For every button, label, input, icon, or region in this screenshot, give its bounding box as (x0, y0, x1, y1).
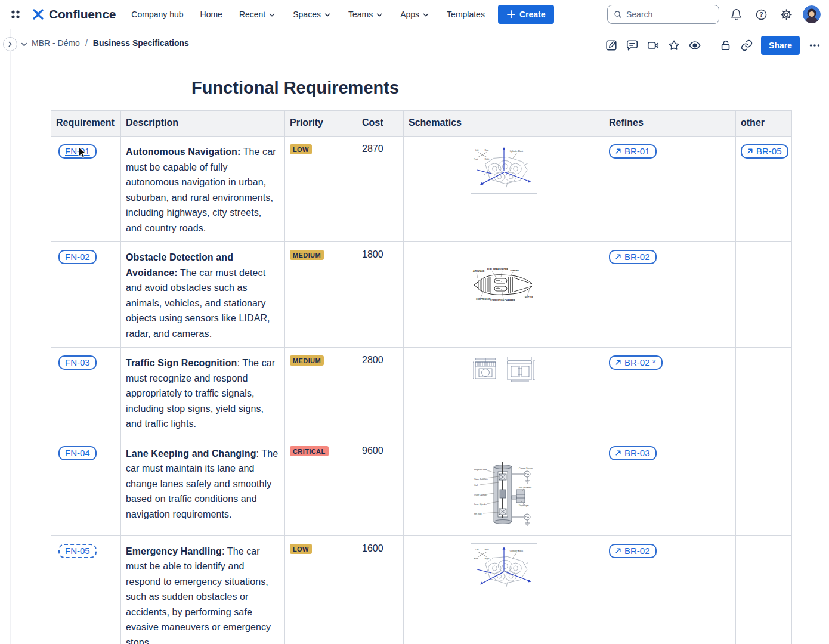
confluence-logo-icon (31, 7, 45, 21)
notifications-icon[interactable] (728, 6, 744, 23)
svg-text:AIR INTAKE: AIR INTAKE (473, 270, 485, 273)
requirement-link[interactable]: FN-05 (58, 544, 97, 558)
confluence-logo[interactable]: Confluence (31, 7, 116, 21)
nav-company-hub[interactable]: Company hub (131, 10, 183, 19)
svg-text:Left: Left (475, 548, 478, 550)
brand-name: Confluence (49, 7, 116, 21)
page-header: MBR - Démo / Business Specifications (0, 30, 829, 58)
breadcrumb-space-link[interactable]: MBR - Démo (32, 38, 80, 48)
chevron-right-icon (6, 40, 14, 48)
cost-value: 1600 (362, 543, 383, 554)
refines-link[interactable]: BR-02 * (609, 355, 663, 370)
nav-apps[interactable]: Apps (400, 10, 430, 19)
settings-gear-icon[interactable] (778, 6, 794, 23)
svg-text:COMPRESSOR: COMPRESSOR (476, 298, 491, 301)
priority-lozenge: CRITICAL (290, 446, 329, 456)
breadcrumb-expand-icon[interactable] (20, 40, 29, 49)
cost-value: 2800 (362, 355, 383, 366)
topbar-right: ? (607, 5, 821, 24)
breadcrumb: MBR - Démo / Business Specifications (32, 38, 189, 48)
svg-text:Current Source: Current Source (519, 467, 533, 470)
svg-text:Gas Chamber: Gas Chamber (519, 487, 532, 489)
other-link[interactable]: BR-05 (741, 144, 788, 159)
requirement-link[interactable]: FN-04 (58, 446, 97, 460)
table-row: FN-03 Traffic Sign Recognition: The car … (51, 348, 792, 438)
requirement-link[interactable]: FN-01 (58, 144, 97, 159)
svg-text:Right: Right (484, 158, 488, 160)
schematic-image-engine-block[interactable]: Left Rear Front Right Cylinder Block (409, 144, 599, 194)
video-icon[interactable] (644, 37, 661, 54)
schematic-image-jet-engine[interactable]: AIR INTAKE FUEL SPRAY IGNITER TURBINE CO… (409, 267, 599, 302)
table-row: FN-04 Lane Keeping and Changing: The car… (51, 438, 792, 535)
svg-text:Valve Structure: Valve Structure (474, 478, 488, 481)
refines-link[interactable]: BR-01 (609, 144, 657, 159)
svg-text:Diaphragm: Diaphragm (519, 504, 529, 507)
table-row: FN-01 Autonomous Navigation: The car mus… (51, 137, 792, 242)
search-box[interactable] (607, 5, 719, 24)
page-actions: Share (602, 36, 823, 55)
chevron-down-icon (323, 11, 332, 19)
requirements-table: Requirement Description Priority Cost Sc… (51, 110, 792, 644)
breadcrumb-page-link[interactable]: Business Specifications (93, 38, 189, 48)
plus-icon (506, 10, 516, 19)
priority-lozenge: LOW (290, 544, 312, 554)
chevron-down-icon (268, 11, 276, 19)
confluence-page: Confluence Company hub Home Recent Space… (0, 0, 829, 644)
expand-sidebar-button[interactable] (3, 37, 17, 51)
comment-icon[interactable] (623, 37, 641, 54)
svg-text:MR fluid: MR fluid (474, 513, 482, 515)
divider (710, 39, 710, 52)
svg-text:COMBUSTION CHAMBER: COMBUSTION CHAMBER (490, 299, 515, 302)
app-switcher-icon[interactable] (8, 7, 23, 21)
unlock-icon[interactable] (717, 37, 734, 54)
svg-text:Cylinder Block: Cylinder Block (509, 150, 523, 153)
chevron-down-icon (375, 11, 383, 19)
nav-templates[interactable]: Templates (447, 10, 485, 19)
svg-text:IGNITER: IGNITER (500, 268, 508, 271)
nav-recent[interactable]: Recent (239, 10, 276, 19)
nav-home[interactable]: Home (200, 10, 222, 19)
priority-lozenge: MEDIUM (290, 355, 324, 366)
star-icon[interactable] (665, 37, 682, 54)
more-actions-icon[interactable] (806, 37, 823, 54)
col-header-cost: Cost (357, 111, 404, 137)
cost-value: 9600 (362, 445, 383, 456)
share-button[interactable]: Share (761, 36, 800, 55)
edit-icon[interactable] (602, 37, 620, 54)
help-icon[interactable]: ? (753, 6, 769, 23)
svg-text:Left: Left (475, 149, 478, 151)
description-text: Emergency Handling: The car must be able… (126, 544, 280, 644)
user-avatar[interactable] (803, 5, 821, 23)
svg-text:FUEL SPRAY: FUEL SPRAY (487, 268, 500, 271)
schematic-image-piston-drawings[interactable] (409, 355, 599, 382)
svg-text:Rear: Rear (484, 149, 488, 151)
table-row: FN-02 Obstacle Detection and Avoidance: … (51, 242, 792, 348)
search-input[interactable] (626, 10, 713, 19)
requirement-link[interactable]: FN-03 (58, 355, 97, 370)
description-text: Traffic Sign Recognition: The car must r… (126, 355, 280, 432)
refines-link[interactable]: BR-02 (609, 250, 657, 264)
requirement-link[interactable]: FN-02 (58, 250, 97, 264)
col-header-other: other (736, 111, 792, 137)
copy-link-icon[interactable] (738, 37, 755, 54)
nav-spaces[interactable]: Spaces (293, 10, 332, 19)
schematic-image-damper-cylinder[interactable]: Magnetic field Valve Structure Coil Oute… (409, 461, 599, 528)
create-button[interactable]: Create (498, 5, 554, 24)
nav-teams[interactable]: Teams (348, 10, 383, 19)
search-icon (614, 10, 622, 19)
schematic-image-engine-block[interactable]: Left Rear Front Right Cylinder Block (409, 543, 599, 593)
cost-value: 1800 (362, 249, 383, 260)
refines-link[interactable]: BR-02 (609, 544, 657, 558)
chevron-down-icon (422, 11, 430, 19)
description-text: Lane Keeping and Changing: The car must … (126, 446, 280, 522)
arrow-up-right-icon (614, 358, 622, 366)
priority-lozenge: LOW (290, 144, 312, 154)
arrow-up-right-icon (614, 147, 622, 155)
description-text: Autonomous Navigation: The car must be c… (126, 144, 280, 236)
svg-text:Cylinder Block: Cylinder Block (509, 549, 523, 552)
refines-link[interactable]: BR-03 (609, 446, 657, 460)
col-header-description: Description (121, 111, 285, 137)
arrow-up-right-icon (614, 449, 622, 457)
watch-eye-icon[interactable] (686, 37, 703, 54)
svg-text:Inner Cylinder: Inner Cylinder (474, 503, 487, 506)
